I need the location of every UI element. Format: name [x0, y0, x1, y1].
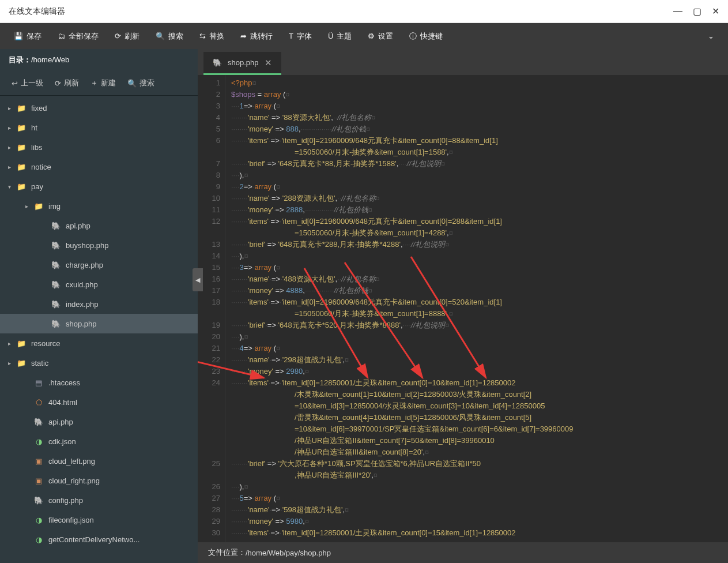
php-icon: 🐘 — [51, 280, 61, 289]
refresh-label: 刷新 — [125, 31, 139, 42]
json-icon: ◑ — [33, 535, 44, 544]
tree-item-label: static — [31, 359, 48, 367]
statusbar: 文件位置： /home/Web/pay/shop.php — [198, 542, 728, 563]
gear-icon: ⚙ — [368, 32, 375, 40]
img-icon: ▣ — [33, 457, 44, 466]
maximize-icon[interactable]: ▢ — [693, 6, 701, 17]
save-label: 保存 — [27, 31, 42, 42]
tree-item-label: index.php — [66, 300, 98, 309]
save-button[interactable]: 💾保存 — [6, 23, 50, 49]
sidebar: 目录：/home/Web ↩上一级 ⟳刷新 ＋新建 🔍搜索 ▸📁fixed▸📁h… — [0, 49, 198, 563]
minimize-icon[interactable]: — — [673, 6, 682, 17]
txt-icon: ▤ — [33, 378, 44, 387]
folder-icon: 📁 — [16, 123, 27, 132]
tree-item-api.php[interactable]: 🐘api.php — [0, 412, 198, 431]
search-icon: 🔍 — [156, 32, 165, 40]
new-button[interactable]: ＋新建 — [85, 76, 122, 91]
theme-label: 主题 — [337, 31, 352, 42]
php-icon: 🐘 — [51, 300, 61, 309]
json-icon: ◑ — [33, 437, 44, 446]
chevron-icon: ▸ — [8, 125, 16, 131]
info-icon: ⓘ — [409, 31, 417, 42]
up-label: 上一级 — [21, 78, 43, 88]
tree-item-charge.php[interactable]: 🐘charge.php — [0, 255, 198, 275]
shortcuts-button[interactable]: ⓘ快捷键 — [401, 23, 451, 49]
tree-item-cloud_right.png[interactable]: ▣cloud_right.png — [0, 471, 198, 490]
tree-item-config.php[interactable]: 🐘config.php — [0, 490, 198, 510]
theme-button[interactable]: Ü主题 — [320, 23, 360, 49]
tree-item-fileconfig.json[interactable]: ◑fileconfig.json — [0, 510, 198, 530]
file-tree[interactable]: ▸📁fixed▸📁ht▸📁libs▸📁notice▾📁pay▸📁img🐘api.… — [0, 96, 198, 563]
font-button[interactable]: T字体 — [281, 23, 320, 49]
tree-item-fixed[interactable]: ▸📁fixed — [0, 98, 198, 118]
up-icon: ↩ — [12, 79, 18, 88]
tree-item-ht[interactable]: ▸📁ht — [0, 118, 198, 137]
tree-item-label: cxuid.php — [66, 280, 98, 289]
goto-button[interactable]: ➦跳转行 — [232, 23, 281, 49]
tree-item-cloud_left.png[interactable]: ▣cloud_left.png — [0, 451, 198, 471]
statusbar-label: 文件位置： — [208, 547, 246, 558]
folder-icon: 📁 — [16, 163, 27, 171]
replace-icon: ⇆ — [199, 32, 206, 40]
save-all-button[interactable]: 🗂全部保存 — [50, 23, 107, 49]
php-icon: 🐘 — [33, 418, 44, 426]
tree-item-img[interactable]: ▸📁img — [0, 196, 198, 216]
code-editor[interactable]: 1234567891011121314151617181920212223242… — [198, 75, 728, 542]
json-icon: ◑ — [33, 516, 44, 524]
sidebar-refresh-button[interactable]: ⟳刷新 — [49, 76, 85, 91]
code-content[interactable]: <?php¤$shops·=·array·(¤····1=>·array·(¤·… — [225, 75, 728, 542]
tree-item-label: 404.html — [48, 398, 77, 407]
tree-item-.htaccess[interactable]: ▤.htaccess — [0, 373, 198, 392]
tree-item-label: fileconfig.json — [48, 516, 94, 524]
search-label: 搜索 — [168, 31, 183, 42]
tree-item-label: shop.php — [66, 320, 97, 328]
tree-item-label: cloud_right.png — [48, 476, 100, 485]
tree-item-label: cdk.json — [48, 437, 76, 446]
tree-item-libs[interactable]: ▸📁libs — [0, 137, 198, 157]
sidebar-search-button[interactable]: 🔍搜索 — [122, 76, 160, 91]
tree-item-label: .htaccess — [48, 378, 80, 387]
dir-label: 目录： — [9, 55, 31, 64]
chevron-icon: ▸ — [8, 340, 16, 347]
font-label: 字体 — [297, 31, 312, 42]
folder-icon: 📁 — [16, 339, 27, 348]
close-tab-icon[interactable]: ✕ — [265, 58, 272, 68]
tree-item-cxuid.php[interactable]: 🐘cxuid.php — [0, 275, 198, 294]
replace-button[interactable]: ⇆替换 — [191, 23, 232, 49]
php-icon: 🐘 — [51, 241, 61, 250]
tree-item-api.php[interactable]: 🐘api.php — [0, 216, 198, 235]
tree-item-label: charge.php — [66, 261, 103, 269]
collapse-sidebar-button[interactable]: ◀ — [193, 268, 203, 291]
search-button[interactable]: 🔍搜索 — [148, 23, 191, 49]
close-icon[interactable]: ✕ — [712, 6, 719, 17]
tree-item-label: img — [48, 202, 61, 211]
tree-item-pay[interactable]: ▾📁pay — [0, 177, 198, 196]
up-button[interactable]: ↩上一级 — [6, 76, 49, 91]
tree-item-label: libs — [31, 143, 43, 152]
html-icon: ⬠ — [33, 398, 44, 407]
refresh-icon: ⟳ — [115, 32, 121, 40]
directory-path: 目录：/home/Web — [0, 49, 198, 71]
theme-icon: Ü — [328, 32, 333, 40]
tree-item-label: cloud_left.png — [48, 457, 95, 466]
save-all-icon: 🗂 — [58, 32, 65, 40]
tree-item-static[interactable]: ▸📁static — [0, 353, 198, 373]
settings-button[interactable]: ⚙设置 — [360, 23, 401, 49]
tab-shop-php[interactable]: 🐘 shop.php ✕ — [203, 52, 281, 75]
font-icon: T — [289, 32, 293, 40]
tree-item-buyshop.php[interactable]: 🐘buyshop.php — [0, 235, 198, 255]
shortcuts-label: 快捷键 — [420, 31, 443, 42]
chevron-icon: ▸ — [8, 164, 16, 170]
tree-item-getContentDeliveryNetwo...[interactable]: ◑getContentDeliveryNetwo... — [0, 530, 198, 549]
tree-item-cdk.json[interactable]: ◑cdk.json — [0, 431, 198, 451]
tree-item-index.php[interactable]: 🐘index.php — [0, 294, 198, 314]
dir-path-value: /home/Web — [31, 55, 69, 64]
elephant-icon: 🐘 — [213, 58, 222, 67]
tree-item-404.html[interactable]: ⬠404.html — [0, 392, 198, 412]
refresh-button[interactable]: ⟳刷新 — [107, 23, 148, 49]
tree-item-resource[interactable]: ▸📁resource — [0, 333, 198, 353]
toolbar-overflow[interactable]: ⌄ — [700, 32, 722, 40]
tree-item-notice[interactable]: ▸📁notice — [0, 157, 198, 177]
goto-label: 跳转行 — [250, 31, 273, 42]
tree-item-shop.php[interactable]: 🐘shop.php — [0, 314, 198, 333]
